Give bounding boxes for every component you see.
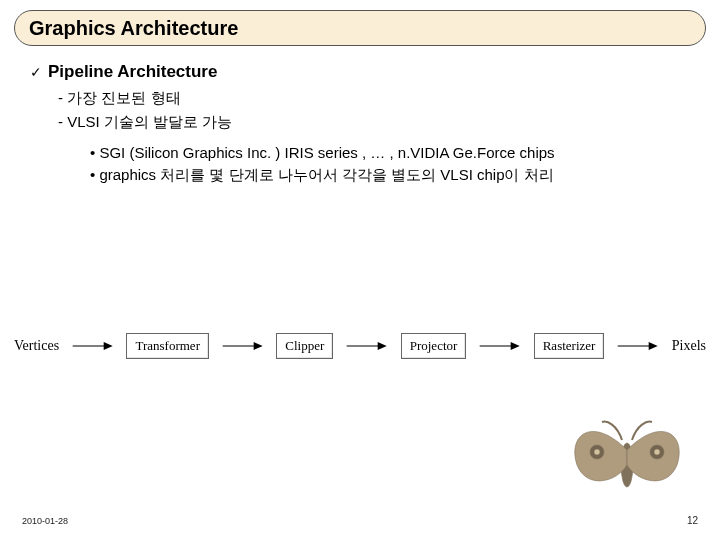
- pipeline-stage-projector: Projector: [401, 333, 467, 359]
- lvl2-item-1-text: 가장 진보된 형태: [67, 89, 180, 106]
- title-bar: Graphics Architecture: [14, 10, 706, 46]
- svg-marker-5: [378, 342, 387, 350]
- lvl2-item-2: VLSI 기술의 발달로 가능: [58, 110, 690, 134]
- bullet-lvl3-group: SGI (Silicon Graphics Inc. ) IRIS series…: [30, 142, 690, 186]
- slide: Graphics Architecture ✓ Pipeline Archite…: [0, 0, 720, 540]
- svg-marker-1: [104, 342, 113, 350]
- lvl1-text: Pipeline Architecture: [48, 62, 217, 82]
- arrow-icon: [466, 340, 533, 352]
- lvl2-item-1: 가장 진보된 형태: [58, 86, 690, 110]
- pipeline-output-label: Pixels: [672, 338, 706, 354]
- arrow-icon: [604, 340, 671, 352]
- pipeline-stage-clipper: Clipper: [276, 333, 333, 359]
- bullet-lvl1: ✓ Pipeline Architecture: [30, 62, 690, 82]
- check-icon: ✓: [30, 63, 42, 81]
- footer-page-number: 12: [687, 515, 698, 526]
- svg-point-13: [594, 449, 600, 455]
- lvl2-item-2-text: VLSI 기술의 발달로 가능: [67, 113, 232, 130]
- pipeline-stage-rasterizer: Rasterizer: [534, 333, 605, 359]
- slide-title: Graphics Architecture: [29, 17, 238, 40]
- footer-date: 2010-01-28: [22, 516, 68, 526]
- svg-marker-9: [649, 342, 658, 350]
- pipeline-stage-transformer: Transformer: [126, 333, 209, 359]
- arrow-icon: [59, 340, 126, 352]
- svg-point-14: [654, 449, 660, 455]
- svg-marker-7: [511, 342, 520, 350]
- bullet-lvl2-group: 가장 진보된 형태 VLSI 기술의 발달로 가능: [30, 86, 690, 134]
- lvl3-item-2-text: graphics 처리를 몇 단계로 나누어서 각각을 별도의 VLSI chi…: [99, 166, 553, 183]
- pipeline-input-label: Vertices: [14, 338, 59, 354]
- content-body: ✓ Pipeline Architecture 가장 진보된 형태 VLSI 기…: [30, 62, 690, 186]
- arrow-icon: [333, 340, 400, 352]
- lvl3-item-2: graphics 처리를 몇 단계로 나누어서 각각을 별도의 VLSI chi…: [90, 164, 690, 186]
- pipeline-diagram: Vertices Transformer Clipper Projector R…: [14, 322, 706, 370]
- lvl3-item-1-text: SGI (Silicon Graphics Inc. ) IRIS series…: [99, 144, 554, 161]
- moth-illustration: [562, 410, 692, 510]
- lvl3-item-1: SGI (Silicon Graphics Inc. ) IRIS series…: [90, 142, 690, 164]
- arrow-icon: [209, 340, 276, 352]
- svg-marker-3: [254, 342, 263, 350]
